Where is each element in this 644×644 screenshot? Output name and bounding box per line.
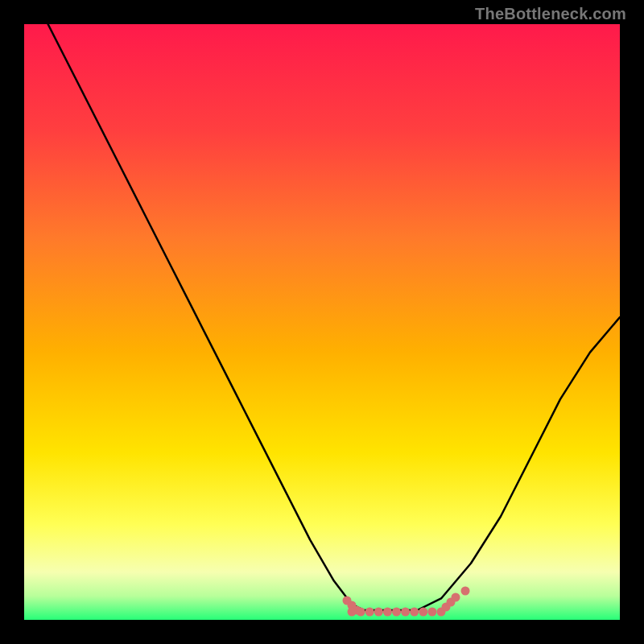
svg-rect-0 [24,24,620,620]
svg-point-13 [427,608,436,617]
svg-point-2 [348,601,357,610]
svg-point-18 [461,587,470,596]
svg-point-10 [401,608,410,617]
svg-point-9 [392,608,401,617]
svg-point-11 [410,608,419,617]
svg-point-12 [419,608,427,617]
valley-markers [24,24,620,620]
chart-container: TheBottleneck.com [0,0,644,644]
svg-point-7 [374,608,383,617]
svg-point-5 [357,608,365,617]
attribution-text: TheBottleneck.com [475,5,626,23]
bottleneck-curve [24,24,620,620]
svg-point-8 [383,608,392,617]
svg-point-3 [353,606,361,615]
svg-point-14 [437,608,446,617]
svg-point-17 [452,593,460,602]
svg-point-4 [348,608,357,617]
svg-point-16 [447,598,456,607]
svg-point-6 [365,608,374,617]
gradient-background [24,24,620,620]
svg-point-1 [343,597,352,605]
svg-point-15 [442,603,451,612]
plot-area [24,24,620,620]
